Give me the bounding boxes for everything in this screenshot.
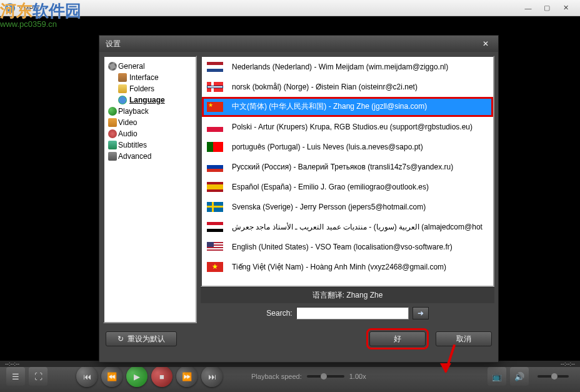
dialog-close-icon[interactable]: ✕ [479,39,492,48]
language-row[interactable]: Español (España) - Emilio J. Grao (emili… [202,177,493,197]
language-label: 中文(简体) (中华人民共和国) - Zhang Zhe (jgzll@sina… [232,101,427,112]
sidebar-item-folders[interactable]: Folders [107,83,193,94]
prev-button[interactable]: ⏮ [76,366,98,387]
next-button[interactable]: ⏭ [201,366,222,387]
language-row[interactable]: Русский (Россия) - Валерий Третьяков (tr… [202,157,493,177]
playback-speed: Playback speed: 1.00x [251,373,366,380]
language-label: Polski - Artur (Krupers) Krupa, RGB Stud… [232,123,472,131]
window-titlebar: VMP ▾ — ▢ ✕ [0,0,580,16]
flag-icon [207,202,223,212]
sidebar-item-video[interactable]: Video [107,117,193,128]
subtitles-icon [108,141,117,149]
language-label: Español (España) - Emilio J. Grao (emili… [232,183,429,191]
playlist-button[interactable]: ☰ [6,367,25,386]
time-total: --:--:-- [561,361,575,367]
flag-icon [207,102,223,112]
maximize-button[interactable]: ▢ [538,3,556,14]
close-button[interactable]: ✕ [556,3,575,14]
play-button[interactable]: ▶ [126,366,148,387]
language-label: português (Portugal) - Luis Neves (luis.… [232,143,423,151]
forward-button[interactable]: ⏩ [176,366,198,387]
flag-icon [207,162,223,172]
rewind-button[interactable]: ⏪ [101,366,122,387]
language-label: Tiếng Việt (Việt Nam) - Hoàng Anh Minh (… [232,263,446,271]
search-input[interactable] [296,307,409,319]
search-go-button[interactable]: ➜ [412,307,429,319]
cancel-button[interactable]: 取消 [436,331,492,346]
app-icon [5,3,15,13]
speed-slider[interactable] [307,375,344,378]
language-label: Русский (Россия) - Валерий Третьяков (tr… [232,163,453,171]
settings-sidebar: GeneralInterfaceFoldersLanguagePlaybackV… [103,56,197,323]
sidebar-item-general[interactable]: General [107,61,193,72]
ok-button[interactable]: 好 [369,331,426,346]
language-label: العربية (سوريا) - منتديات عميد التعريب ـ… [232,223,482,231]
language-row[interactable]: Tiếng Việt (Việt Nam) - Hoàng Anh Minh (… [202,257,493,277]
sidebar-item-language[interactable]: Language [107,94,193,106]
sidebar-item-audio[interactable]: Audio [107,128,193,139]
folders-icon [118,84,127,93]
sidebar-item-label: Interface [129,73,159,82]
sidebar-item-label: Subtitles [118,141,147,149]
language-label: English (United States) - VSO Team (loca… [232,243,452,251]
language-row[interactable]: 中文(简体) (中华人民共和国) - Zhang Zhe (jgzll@sina… [202,97,493,117]
sidebar-item-advanced[interactable]: Advanced [107,151,193,162]
flag-icon [207,182,223,192]
sidebar-item-label: Advanced [118,152,151,161]
language-row[interactable]: Nederlands (Nederland) - Wim Meijdam (wi… [202,57,493,77]
language-label: Svenska (Sverige) - Jerry Persson (jeper… [232,203,426,211]
playback-icon [108,107,117,116]
search-label: Search: [266,309,292,318]
sidebar-item-label: Language [129,96,165,104]
language-row[interactable]: português (Portugal) - Luis Neves (luis.… [202,137,493,157]
language-label: norsk (bokmål) (Norge) - Øistein Rian (o… [232,83,418,91]
language-icon [118,96,127,104]
dropdown-icon[interactable]: ▾ [36,5,39,11]
flag-icon [207,242,223,252]
flag-icon [207,62,223,72]
language-row[interactable]: العربية (سوريا) - منتديات عميد التعريب ـ… [202,217,493,237]
fullscreen-button[interactable]: ⛶ [29,367,48,386]
language-row[interactable]: Polski - Artur (Krupers) Krupa, RGB Stud… [202,117,493,137]
dialog-title: 设置 [106,39,121,49]
flag-icon [207,262,223,272]
sidebar-item-label: General [118,62,145,71]
flag-icon [207,122,223,132]
app-title: VMP [19,4,34,12]
general-icon [108,62,117,71]
flag-icon [207,222,223,232]
time-elapsed: --:--:-- [5,361,19,367]
reset-defaults-button[interactable]: ↻ 重设为默认 [106,331,177,346]
translator-label: 语言翻译: Zhang Zhe [201,287,494,303]
flag-icon [207,142,223,152]
language-row[interactable]: English (United States) - VSO Team (loca… [202,237,493,257]
settings-dialog: 设置 ✕ GeneralInterfaceFoldersLanguagePlay… [99,35,499,363]
sidebar-item-label: Audio [118,129,138,138]
audio-icon [108,129,117,138]
language-label: Nederlands (Nederland) - Wim Meijdam (wi… [232,63,448,71]
dialog-titlebar: 设置 ✕ [99,36,498,52]
minimize-button[interactable]: — [519,3,538,14]
sidebar-item-interface[interactable]: Interface [107,72,193,83]
sidebar-item-playback[interactable]: Playback [107,106,193,117]
language-row[interactable]: Svenska (Sverige) - Jerry Persson (jeper… [202,197,493,217]
sidebar-item-subtitles[interactable]: Subtitles [107,139,193,151]
flag-icon [207,82,223,92]
volume-button[interactable]: 🔊 [510,367,529,386]
bottom-toolbar: --:--:-- --:--:-- ☰ ⛶ ⏮ ⏪ ▶ ■ ⏩ ⏭ Playba… [0,361,580,392]
interface-icon [118,73,127,82]
volume-slider[interactable] [538,375,569,378]
stop-button[interactable]: ■ [151,366,172,387]
sidebar-item-label: Video [118,118,137,127]
sidebar-item-label: Folders [129,84,154,93]
sidebar-item-label: Playback [118,107,149,116]
tv-button[interactable]: 📺 [488,367,506,386]
video-icon [108,118,117,127]
language-list[interactable]: Nederlands (Nederland) - Wim Meijdam (wi… [201,56,494,287]
language-row[interactable]: norsk (bokmål) (Norge) - Øistein Rian (o… [202,77,493,97]
advanced-icon [108,152,117,161]
